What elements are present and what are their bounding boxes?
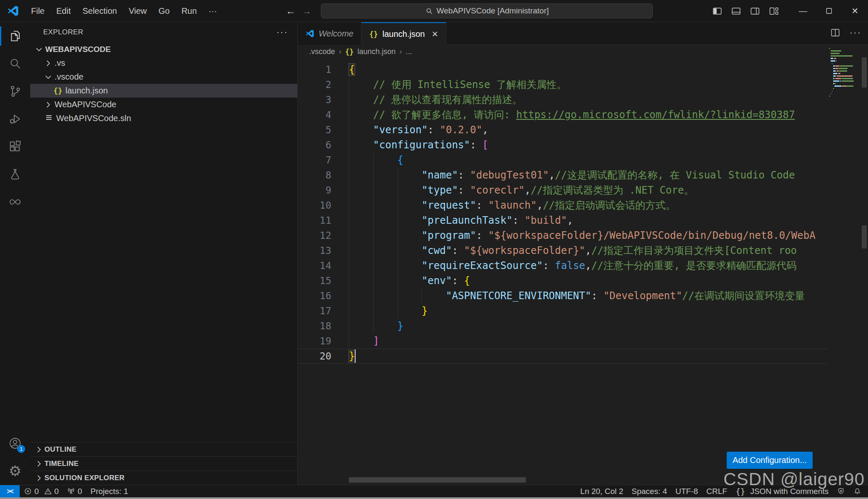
split-editor-icon[interactable] [830,28,840,38]
code-line-9[interactable]: 9 "type": "coreclr",//指定调试器类型为 .NET Core… [298,183,868,198]
ports-indicator[interactable]: 0 [63,485,86,497]
dotnet-icon[interactable] [0,188,30,216]
code-line-12[interactable]: 12 "program": "${workspaceFolder}/WebAPI… [298,228,868,243]
text-cursor [355,349,356,363]
minimize-button[interactable]: — [790,0,816,22]
panel-outline[interactable]: OUTLINE [30,442,297,456]
code-line-14[interactable]: 14 "requireExactSource": false,//注意十分的重要… [298,258,868,273]
tree-item-label: WebAPIVSCode [55,100,117,109]
toggle-secondary-sidebar-icon[interactable] [750,6,760,16]
toggle-panel-icon[interactable] [731,6,741,16]
breadcrumb-separator-icon: › [400,47,402,56]
line-number: 19 [298,334,331,349]
panel-label: OUTLINE [44,445,77,454]
code-line-17[interactable]: 17 } [298,303,868,318]
line-number: 6 [298,137,331,153]
scrollbar-thumb[interactable] [862,57,867,88]
code-line-4[interactable]: 4 // 欲了解更多信息, 请访问: https://go.microsoft.… [298,107,868,122]
code-line-15[interactable]: 15 "env": { [298,273,868,288]
line-number: 14 [298,258,331,273]
command-center-search[interactable]: WebAPIVSCode [Administrator] [321,3,653,18]
breadcrumb-item[interactable]: launch.json [358,47,396,56]
code-line-3[interactable]: 3 // 悬停以查看现有属性的描述。 [298,92,868,107]
encoding[interactable]: UTF-8 [671,487,702,496]
horizontal-scrollbar[interactable] [349,477,526,483]
code-line-2[interactable]: 2 // 使用 IntelliSense 了解相关属性。 [298,77,868,92]
code-line-6[interactable]: 6 "configurations": [ [298,137,868,153]
tree-item-webapivscode-sln[interactable]: WebAPIVSCode.sln [30,111,297,125]
code-line-18[interactable]: 18 } [298,318,868,334]
code-line-text: // 使用 IntelliSense 了解相关属性。 [349,77,567,92]
editor-group: Welcome{}launch.json✕ ··· .vscode›{}laun… [298,22,868,485]
back-arrow-icon[interactable]: ← [286,5,296,17]
tree-item-label: launch.json [65,86,108,96]
breadcrumb-item[interactable]: ... [406,47,412,56]
cursor-position[interactable]: Ln 20, Col 2 [576,487,627,496]
extensions-icon[interactable] [0,133,30,160]
tab-launch-json[interactable]: {}launch.json✕ [361,22,446,45]
warning-icon [44,487,52,495]
search-icon[interactable] [0,50,30,78]
panel-timeline[interactable]: TIMELINE [30,456,297,471]
accounts-icon[interactable]: 1 [0,429,30,457]
menu-item-view[interactable]: View [123,4,153,18]
code-line-7[interactable]: 7 { [298,153,868,168]
projects-indicator[interactable]: Projects: 1 [86,485,133,497]
settings-gear-icon[interactable]: ⚙ [0,457,30,485]
panel-solution-explorer[interactable]: SOLUTION EXPLORER [30,471,297,485]
explorer-more-actions-icon[interactable]: ··· [276,27,288,38]
problems-indicator[interactable]: 0 0 [20,485,63,497]
code-editor[interactable]: 1{2 // 使用 IntelliSense 了解相关属性。3 // 悬停以查看… [298,59,868,485]
code-line-19[interactable]: 19 ] [298,334,868,349]
code-line-11[interactable]: 11 "preLaunchTask": "build", [298,213,868,228]
code-line-text: } [349,303,428,318]
tree-item--vscode[interactable]: .vscode [30,70,297,84]
forward-arrow-icon[interactable]: → [301,5,312,17]
csharp-devkit-indicator[interactable] [833,487,849,495]
minimap[interactable] [828,47,868,485]
tree-item-webapivscode[interactable]: WebAPIVSCode [30,98,297,111]
explorer-icon[interactable] [0,22,30,50]
code-line-20[interactable]: 20} [298,349,868,364]
close-tab-icon[interactable]: ✕ [431,29,438,39]
menu-item-selection[interactable]: Selection [77,4,123,18]
chevron-right-icon [34,473,44,483]
json-braces-icon: {} [369,30,378,39]
code-line-13[interactable]: 13 "cwd": "${workspaceFolder}",//指定工作目录为… [298,243,868,258]
menu-item-run[interactable]: Run [176,4,203,18]
breadcrumb-item[interactable]: .vscode [309,47,335,56]
line-number: 17 [298,303,331,318]
window-bottom-edge [0,497,868,499]
customize-layout-icon[interactable] [769,6,779,16]
code-line-5[interactable]: 5 "version": "0.2.0", [298,122,868,137]
language-mode[interactable]: {} JSON with Comments [731,487,833,496]
vscode-logo-icon [7,5,19,17]
testing-icon[interactable] [0,160,30,188]
add-configuration-button[interactable]: Add Configuration... [727,452,813,469]
code-line-16[interactable]: 16 "ASPNETCORE_ENVIRONMENT": "Developmen… [298,288,868,303]
close-button[interactable]: ✕ [842,0,868,22]
tab-label: launch.json [382,29,425,39]
notifications-bell[interactable] [849,487,865,495]
menu-item-edit[interactable]: Edit [50,4,76,18]
code-line-10[interactable]: 10 "request": "launch",//指定启动调试会话的方式。 [298,198,868,213]
code-line-8[interactable]: 8 "name": "debugTest01",//这是调试配置的名称, 在 V… [298,168,868,183]
remote-indicator[interactable]: >< [0,485,20,497]
menu-item-go[interactable]: Go [153,4,176,18]
run-debug-icon[interactable] [0,105,30,133]
line-number: 15 [298,273,331,288]
tab-welcome[interactable]: Welcome [298,22,361,45]
menu-item-moremoremore[interactable]: ··· [203,4,223,18]
toggle-sidebar-icon[interactable] [712,6,722,16]
menu-item-file[interactable]: File [25,4,50,18]
indentation[interactable]: Spaces: 4 [627,487,671,496]
eol-sequence[interactable]: CRLF [702,487,732,496]
code-line-1[interactable]: 1{ [298,62,868,77]
editor-more-actions-icon[interactable]: ··· [850,27,861,38]
source-control-icon[interactable] [0,78,30,105]
status-bar: >< 0 0 0 Projects: 1 Ln 20, Col 2 Spaces… [0,485,868,497]
tree-root[interactable]: WEBAPIVSCODE [30,42,297,56]
tree-item-launch-json[interactable]: {}launch.json [30,84,297,98]
tree-item--vs[interactable]: .vs [30,56,297,70]
maximize-button[interactable] [816,0,842,22]
